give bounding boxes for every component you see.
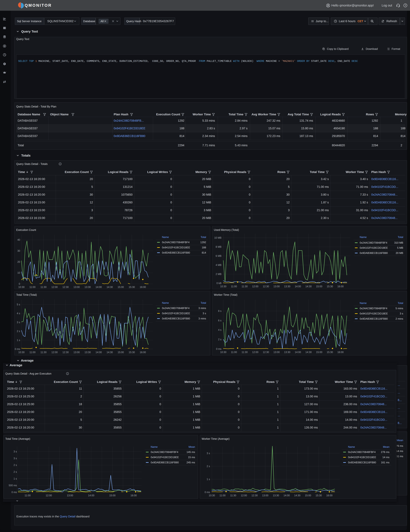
svg-text:?: ? bbox=[405, 4, 406, 7]
